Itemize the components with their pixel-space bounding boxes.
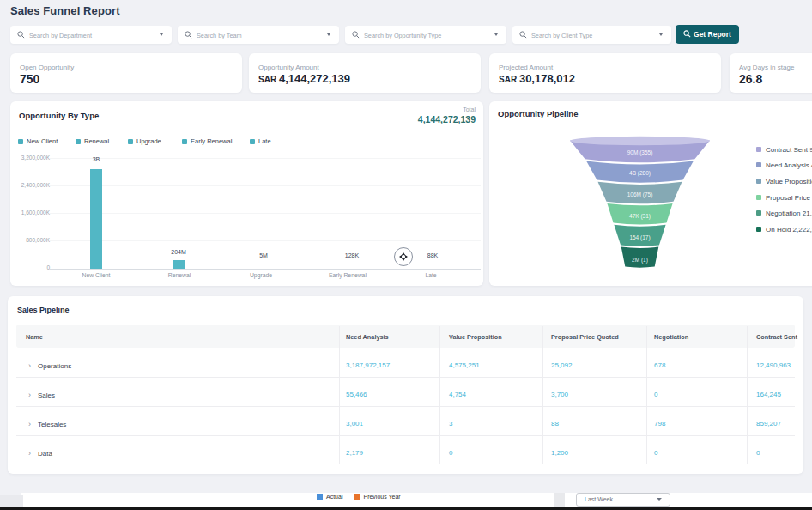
svg-text:154 (17): 154 (17) [629,234,650,241]
svg-text:106M (75): 106M (75) [627,191,653,198]
svg-text:2M (1): 2M (1) [632,257,648,264]
svg-text:90M (355): 90M (355) [627,149,653,156]
svg-text:47K (31): 47K (31) [629,213,651,220]
svg-text:4B (280): 4B (280) [629,170,651,177]
